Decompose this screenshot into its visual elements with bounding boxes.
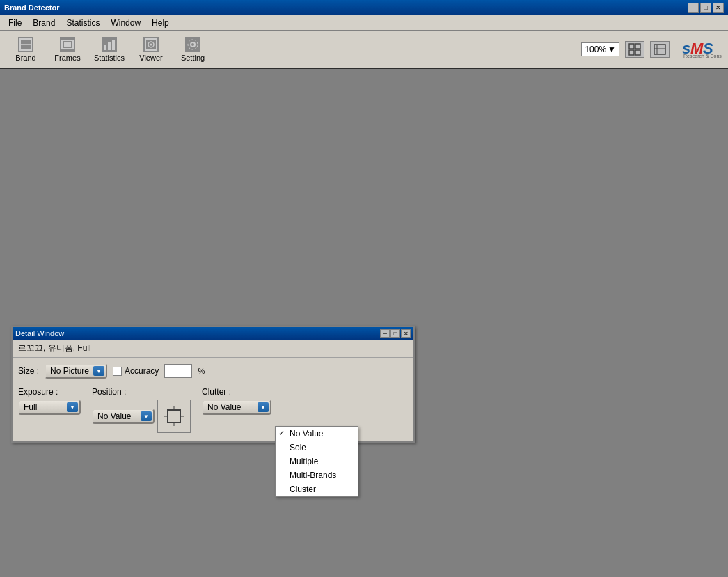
toolbar-viewer-button[interactable]: Viewer <box>131 33 171 66</box>
toolbar-brand-button[interactable]: Brand <box>6 33 46 66</box>
svg-rect-5 <box>108 42 111 50</box>
toolbar-statistics-button[interactable]: Statistics <box>89 33 129 66</box>
main-area <box>0 70 728 577</box>
pos-line-bottom <box>174 422 175 426</box>
pos-line-top <box>174 406 175 411</box>
dropdown-item-sole[interactable]: Sole <box>276 441 358 455</box>
clutter-section: Clutter : No Value ▼ <box>202 387 271 415</box>
maximize-button[interactable]: □ <box>700 3 711 13</box>
clutter-select[interactable]: No Value ▼ <box>202 400 271 415</box>
detail-minimize-button[interactable]: ─ <box>380 329 390 338</box>
clutter-select-arrow: ▼ <box>258 402 269 412</box>
setting-icon <box>185 37 200 52</box>
menu-window[interactable]: Window <box>105 17 146 29</box>
position-select[interactable]: No Value ▼ <box>92 409 155 424</box>
detail-subtitle: 르꼬끄, 유니폼, Full <box>13 340 413 358</box>
size-row: Size : No Picture ▼ Accuracy % <box>18 363 408 379</box>
exposure-label: Exposure : <box>18 387 81 397</box>
svg-text:Research & Consulting: Research & Consulting <box>683 54 722 59</box>
exposure-select-arrow: ▼ <box>67 402 78 412</box>
toolbar-statistics-label: Statistics <box>94 54 125 62</box>
position-label: Position : <box>92 387 191 397</box>
svg-rect-4 <box>104 45 106 50</box>
size-select-arrow: ▼ <box>93 366 104 376</box>
exposure-select[interactable]: Full ▼ <box>18 400 81 415</box>
position-select-arrow: ▼ <box>141 411 152 421</box>
brand-icon <box>18 37 33 52</box>
exposure-section: Exposure : Full ▼ <box>18 387 81 415</box>
position-row: No Value ▼ <box>92 400 191 433</box>
position-inner-box <box>167 409 181 423</box>
title-bar: Brand Detector ─ □ ✕ <box>0 0 728 15</box>
view-list-button[interactable] <box>650 41 670 58</box>
detail-window: Detail Window ─ □ ✕ 르꼬끄, 유니폼, Full Size … <box>11 326 415 443</box>
svg-point-9 <box>150 44 152 46</box>
accuracy-checkbox-container: Accuracy <box>113 366 159 376</box>
detail-close-button[interactable]: ✕ <box>401 329 411 338</box>
menu-bar: File Brand Statistics Window Help <box>0 15 728 31</box>
svg-rect-6 <box>112 40 115 50</box>
zoom-value: 100% <box>585 45 606 54</box>
svg-rect-13 <box>635 44 640 49</box>
statistics-icon <box>102 37 117 52</box>
toolbar-brand-label: Brand <box>15 54 35 62</box>
menu-file[interactable]: File <box>3 17 27 29</box>
dropdown-item-cluster[interactable]: Cluster <box>276 482 358 496</box>
close-button[interactable]: ✕ <box>713 3 724 13</box>
zoom-dropdown-arrow: ▼ <box>608 45 616 54</box>
app-title: Brand Detector <box>4 3 59 12</box>
svg-rect-15 <box>635 50 640 55</box>
menu-brand[interactable]: Brand <box>27 17 61 29</box>
detail-title: Detail Window <box>15 329 64 338</box>
sms-logo: s M S Research & Consulting <box>681 38 722 61</box>
toolbar-frames-button[interactable]: Frames <box>47 33 88 66</box>
toolbar: Brand Frames Statistics Viewer Setting 1… <box>0 31 728 70</box>
frames-icon <box>60 37 75 52</box>
minimize-button[interactable]: ─ <box>688 3 699 13</box>
detail-title-controls: ─ □ ✕ <box>380 329 411 338</box>
menu-statistics[interactable]: Statistics <box>61 17 105 29</box>
toolbar-viewer-label: Viewer <box>139 54 162 62</box>
toolbar-frames-label: Frames <box>54 54 80 62</box>
position-section: Position : No Value ▼ <box>92 387 191 433</box>
percent-input[interactable] <box>164 364 192 378</box>
svg-point-10 <box>191 42 195 47</box>
view-grid-button[interactable] <box>625 41 644 58</box>
clutter-label: Clutter : <box>202 387 271 397</box>
accuracy-label: Accuracy <box>125 366 159 376</box>
svg-rect-16 <box>654 45 665 54</box>
toolbar-setting-label: Setting <box>181 54 205 62</box>
pos-line-left <box>164 416 168 417</box>
clutter-value: No Value <box>207 402 241 412</box>
clutter-dropdown-menu: No Value Sole Multiple Multi-Brands Clus… <box>275 426 358 497</box>
accuracy-checkbox[interactable] <box>113 367 122 376</box>
size-label: Size : <box>18 366 39 376</box>
dropdown-item-no-value[interactable]: No Value <box>276 427 358 441</box>
pos-line-right <box>180 416 184 417</box>
toolbar-right: 100% ▼ s M S Research & Consulting <box>567 37 722 62</box>
position-value: No Value <box>97 411 131 421</box>
title-bar-controls: ─ □ ✕ <box>688 3 724 13</box>
svg-rect-12 <box>629 44 634 49</box>
svg-point-11 <box>188 40 198 49</box>
menu-help[interactable]: Help <box>146 17 175 29</box>
detail-title-bar: Detail Window ─ □ ✕ <box>13 327 413 340</box>
toolbar-separator <box>571 37 571 62</box>
svg-rect-3 <box>64 42 71 47</box>
dropdown-item-multi-brands[interactable]: Multi-Brands <box>276 468 358 482</box>
exposure-value: Full <box>24 402 37 412</box>
size-select[interactable]: No Picture ▼ <box>45 363 107 379</box>
zoom-control[interactable]: 100% ▼ <box>581 42 619 56</box>
dropdown-item-multiple[interactable]: Multiple <box>276 455 358 468</box>
position-icon <box>157 400 191 433</box>
svg-rect-14 <box>629 50 634 55</box>
detail-maximize-button[interactable]: □ <box>390 329 400 338</box>
percent-sign: % <box>198 367 205 375</box>
size-value: No Picture <box>50 366 89 376</box>
toolbar-setting-button[interactable]: Setting <box>173 33 213 66</box>
viewer-icon <box>143 37 159 52</box>
